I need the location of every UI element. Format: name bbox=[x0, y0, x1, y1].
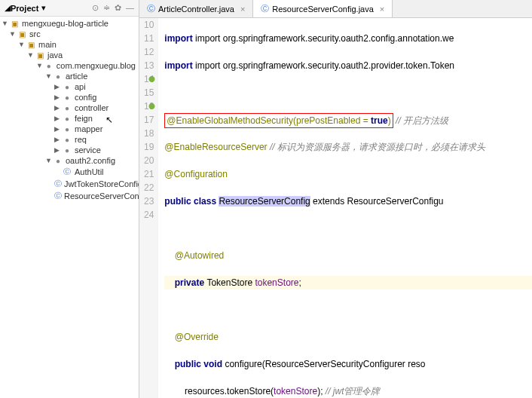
tree-item-com-mengxuegu-blog[interactable]: ▼●com.mengxuegu.blog bbox=[0, 60, 139, 71]
collapse-icon[interactable]: — bbox=[126, 3, 134, 13]
code-content[interactable]: import import org.springframework.securi… bbox=[158, 18, 532, 398]
project-tree: ↖ ▼▣mengxuegu-blog-article▼▣src▼▣main▼▣j… bbox=[0, 17, 139, 204]
annotation: @EnableResourceServer bbox=[164, 142, 267, 152]
line-number: 17 bbox=[144, 113, 154, 127]
comment: // 标识为资源服务器，请求资源接口时，必须在请求头 bbox=[270, 142, 485, 152]
tree-item-req[interactable]: ▶●req bbox=[0, 134, 139, 145]
tree-item-main[interactable]: ▼▣main bbox=[0, 39, 139, 50]
line-number: 21 bbox=[144, 167, 154, 181]
line-number: 16⬤ bbox=[144, 100, 154, 113]
tree-item-config[interactable]: ▶●config bbox=[0, 92, 139, 103]
line-number: 14⬤ bbox=[144, 72, 154, 86]
tree-item-feign[interactable]: ▶●feign bbox=[0, 113, 139, 124]
tree-item-mengxuegu-blog-article[interactable]: ▼▣mengxuegu-blog-article bbox=[0, 18, 139, 29]
project-header: ◢ Project ▾ ⊙ ≑ ✿ — bbox=[0, 0, 139, 17]
project-panel: ◢ Project ▾ ⊙ ≑ ✿ — ↖ ▼▣mengxuegu-blog-a… bbox=[0, 0, 139, 398]
tree-item-service[interactable]: ▶●service bbox=[0, 145, 139, 155]
comment: // jwt管理令牌 bbox=[326, 386, 381, 396]
import-line: import org.springframework.security.oaut… bbox=[195, 60, 454, 71]
target-icon[interactable]: ⊙ bbox=[92, 3, 99, 13]
tree-item-authutil[interactable]: ⒸAuthUtil bbox=[0, 166, 139, 178]
line-number: 10 bbox=[144, 18, 154, 32]
annotation: @Override bbox=[175, 332, 219, 342]
tree-item-article[interactable]: ▼●article bbox=[0, 71, 139, 81]
gutter: 1011121314⬤1516⬤1718192021222324 bbox=[139, 18, 158, 398]
comment: // 开启方法级 bbox=[396, 115, 448, 126]
chevron-down-icon[interactable]: ▾ bbox=[41, 3, 46, 13]
tree-item-resourceserverconfig[interactable]: ⒸResourceServerConfig bbox=[0, 190, 139, 202]
class-name: ResourceServerConfig bbox=[219, 196, 310, 207]
line-number: 11 bbox=[144, 32, 154, 45]
editor-tabs: ⒸArticleController.java×ⒸResourceServerC… bbox=[139, 0, 532, 18]
line-number: 22 bbox=[144, 181, 154, 194]
tree-item-src[interactable]: ▼▣src bbox=[0, 29, 139, 39]
expand-icon[interactable]: ≑ bbox=[103, 3, 110, 13]
code-area: 1011121314⬤1516⬤1718192021222324 import … bbox=[139, 18, 532, 398]
tab-resourceserverconfig-java[interactable]: ⒸResourceServerConfig.java× bbox=[253, 0, 393, 17]
line-number: 15 bbox=[144, 86, 154, 100]
annotation: @Autowired bbox=[175, 250, 225, 261]
gear-icon[interactable]: ✿ bbox=[115, 3, 121, 13]
line-number: 13 bbox=[144, 59, 154, 72]
import-line: import org.springframework.security.oaut… bbox=[195, 33, 454, 44]
tree-item-java[interactable]: ▼▣java bbox=[0, 50, 139, 60]
editor-top: ⒸArticleController.java×ⒸResourceServerC… bbox=[139, 0, 532, 398]
tab-articlecontroller-java[interactable]: ⒸArticleController.java× bbox=[139, 0, 253, 17]
tree-item-mapper[interactable]: ▶●mapper bbox=[0, 124, 139, 134]
line-number: 19 bbox=[144, 140, 154, 154]
line-number: 23 bbox=[144, 194, 154, 208]
line-number: 20 bbox=[144, 154, 154, 167]
tree-item-controller[interactable]: ▶●controller bbox=[0, 103, 139, 113]
line-number: 12 bbox=[144, 45, 154, 59]
tree-item-api[interactable]: ▶●api bbox=[0, 81, 139, 92]
annotation: @Configuration bbox=[164, 169, 228, 179]
highlighted-annotation: @EnableGlobalMethodSecurity(prePostEnabl… bbox=[164, 113, 393, 128]
line-number: 18 bbox=[144, 127, 154, 140]
field: tokenStore bbox=[255, 277, 298, 288]
mouse-cursor: ↖ bbox=[105, 115, 113, 125]
ide-top-section: ◢ Project ▾ ⊙ ≑ ✿ — ↖ ▼▣mengxuegu-blog-a… bbox=[0, 0, 532, 398]
line-number: 24 bbox=[144, 208, 154, 222]
tree-item-oauth2-config[interactable]: ▼●oauth2.config bbox=[0, 155, 139, 166]
project-arrow[interactable]: ◢ bbox=[5, 3, 11, 13]
project-title: Project bbox=[11, 4, 38, 13]
tree-item-jwttokenstoreconfig[interactable]: ⒸJwtTokenStoreConfig bbox=[0, 178, 139, 190]
